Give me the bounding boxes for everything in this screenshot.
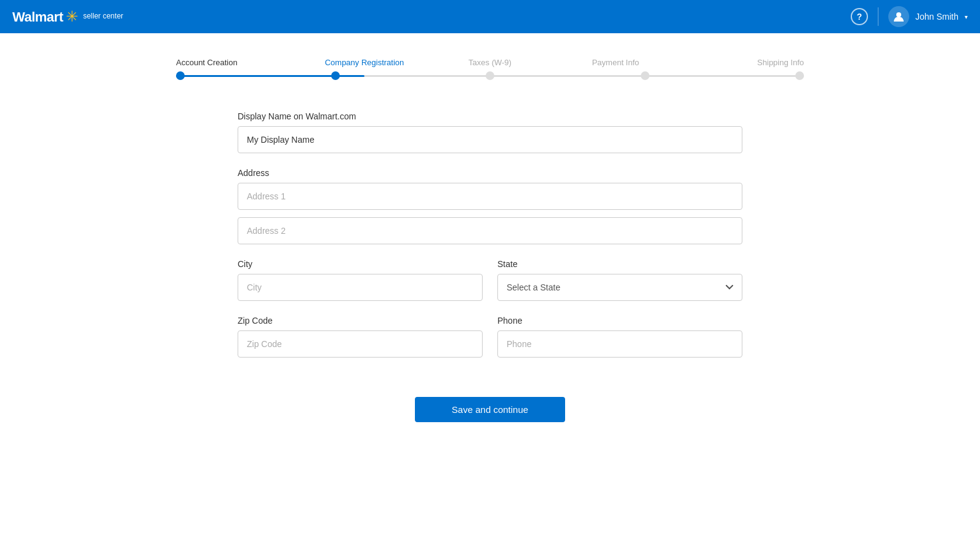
save-btn-container: Save and continue — [238, 397, 742, 422]
chevron-down-icon: ▾ — [965, 14, 968, 20]
city-group: City — [238, 259, 483, 316]
save-continue-button[interactable]: Save and continue — [415, 397, 565, 422]
state-select[interactable]: Select a State Alabama Alaska Arizona Ca… — [497, 274, 742, 301]
spark-icon: ✳ — [66, 8, 78, 25]
header-divider — [878, 7, 878, 26]
help-button[interactable]: ? — [851, 8, 868, 25]
step-node-5 — [795, 71, 804, 80]
step-node-4 — [641, 71, 649, 80]
steps-labels: Account Creation Company Registration Ta… — [176, 58, 804, 67]
step-nodes — [176, 71, 804, 80]
user-menu[interactable]: John Smith ▾ — [888, 6, 968, 27]
step-node-3 — [486, 71, 494, 80]
zip-label: Zip Code — [238, 316, 483, 326]
address-group: Address — [238, 168, 742, 244]
step-node-2 — [331, 71, 340, 80]
zip-input[interactable] — [238, 330, 483, 358]
zip-group: Zip Code — [238, 316, 483, 372]
step-label-account-creation: Account Creation — [176, 58, 302, 67]
main-content: Account Creation Company Registration Ta… — [0, 33, 980, 536]
step-label-payment-info: Payment Info — [553, 58, 678, 67]
city-state-row: City State Select a State Alabama Alaska… — [238, 259, 742, 316]
display-name-label: Display Name on Walmart.com — [238, 111, 742, 121]
phone-group: Phone — [497, 316, 742, 372]
form-container: Display Name on Walmart.com Address City… — [213, 111, 767, 422]
state-group: State Select a State Alabama Alaska Ariz… — [497, 259, 742, 316]
svg-point-0 — [896, 12, 901, 17]
header: Walmart ✳ seller center ? John Smith ▾ — [0, 0, 980, 33]
header-right: ? John Smith ▾ — [851, 6, 968, 27]
seller-center-text: seller center — [83, 12, 123, 20]
display-name-input[interactable] — [238, 126, 742, 153]
walmart-logo: Walmart ✳ seller center — [12, 8, 123, 25]
seller-center-label: seller center — [83, 13, 123, 20]
progress-container: Account Creation Company Registration Ta… — [151, 58, 829, 81]
step-label-shipping-info: Shipping Info — [678, 58, 804, 67]
address1-input[interactable] — [238, 183, 742, 210]
phone-label: Phone — [497, 316, 742, 326]
city-input[interactable] — [238, 274, 483, 301]
user-name: John Smith — [915, 12, 958, 22]
display-name-group: Display Name on Walmart.com — [238, 111, 742, 153]
phone-input[interactable] — [497, 330, 742, 358]
zip-phone-row: Zip Code Phone — [238, 316, 742, 372]
brand-name: Walmart — [12, 9, 63, 25]
user-avatar — [888, 6, 909, 27]
address2-input[interactable] — [238, 217, 742, 244]
step-label-taxes: Taxes (W-9) — [427, 58, 553, 67]
state-label: State — [497, 259, 742, 269]
step-label-company-registration: Company Registration — [302, 58, 427, 67]
step-node-1 — [176, 71, 185, 80]
header-left: Walmart ✳ seller center — [12, 8, 123, 25]
progress-track — [176, 71, 804, 81]
address-label: Address — [238, 168, 742, 178]
walmart-brand: Walmart ✳ — [12, 8, 78, 25]
city-label: City — [238, 259, 483, 269]
